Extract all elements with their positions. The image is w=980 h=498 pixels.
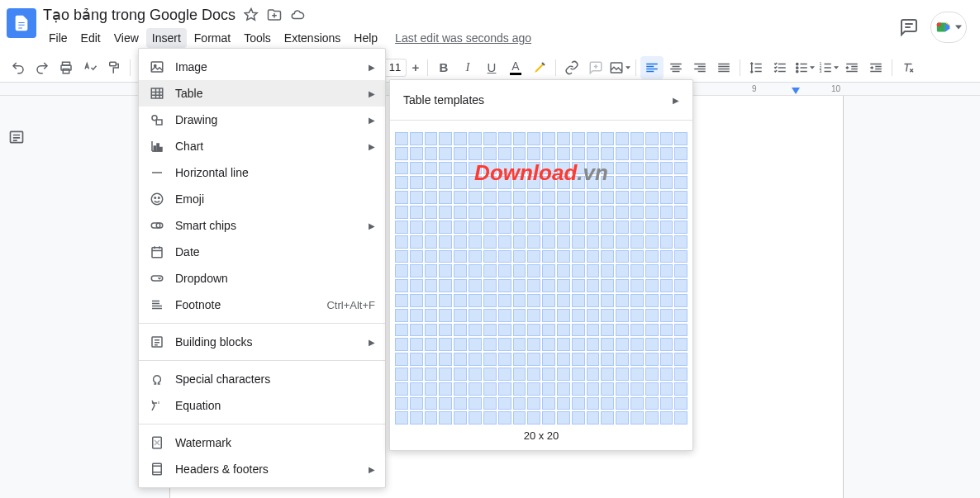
grid-cell[interactable]: [630, 221, 644, 234]
grid-cell[interactable]: [557, 324, 570, 337]
grid-cell[interactable]: [527, 176, 540, 189]
grid-cell[interactable]: [674, 250, 687, 263]
grid-cell[interactable]: [660, 235, 673, 249]
grid-cell[interactable]: [395, 294, 408, 307]
grid-cell[interactable]: [527, 221, 540, 234]
grid-cell[interactable]: [439, 279, 452, 292]
grid-cell[interactable]: [557, 411, 570, 424]
grid-cell[interactable]: [542, 264, 555, 277]
grid-cell[interactable]: [425, 221, 438, 234]
grid-cell[interactable]: [572, 411, 585, 424]
cloud-icon[interactable]: [290, 7, 305, 22]
checklist-icon[interactable]: [768, 56, 792, 79]
grid-cell[interactable]: [557, 191, 570, 204]
grid-cell[interactable]: [527, 382, 540, 396]
grid-cell[interactable]: [527, 338, 540, 351]
grid-cell[interactable]: [527, 235, 540, 249]
grid-cell[interactable]: [572, 353, 585, 366]
grid-cell[interactable]: [616, 338, 629, 351]
grid-cell[interactable]: [660, 250, 673, 263]
grid-cell[interactable]: [557, 397, 570, 410]
grid-cell[interactable]: [454, 147, 467, 160]
grid-cell[interactable]: [630, 309, 644, 322]
grid-cell[interactable]: [674, 162, 687, 175]
grid-cell[interactable]: [630, 382, 644, 396]
grid-cell[interactable]: [439, 221, 452, 234]
grid-cell[interactable]: [395, 368, 408, 381]
grid-cell[interactable]: [601, 397, 614, 410]
grid-cell[interactable]: [630, 162, 644, 175]
grid-cell[interactable]: [660, 353, 673, 366]
grid-cell[interactable]: [527, 250, 540, 263]
grid-cell[interactable]: [572, 264, 585, 277]
grid-cell[interactable]: [395, 176, 408, 189]
grid-cell[interactable]: [425, 132, 438, 145]
grid-cell[interactable]: [498, 264, 511, 277]
menu-tools[interactable]: Tools: [238, 28, 277, 48]
grid-cell[interactable]: [425, 176, 438, 189]
grid-cell[interactable]: [439, 382, 452, 396]
grid-cell[interactable]: [616, 176, 629, 189]
menu-item-table[interactable]: Table▶: [139, 80, 385, 107]
grid-cell[interactable]: [425, 411, 438, 424]
menu-item-smart-chips[interactable]: Smart chips▶: [139, 212, 385, 239]
redo-icon[interactable]: [31, 56, 54, 79]
grid-cell[interactable]: [469, 338, 482, 351]
grid-cell[interactable]: [469, 353, 482, 366]
grid-cell[interactable]: [660, 309, 673, 322]
grid-cell[interactable]: [454, 397, 467, 410]
grid-cell[interactable]: [527, 324, 540, 337]
menu-file[interactable]: File: [43, 28, 74, 48]
menu-item-date[interactable]: Date: [139, 239, 385, 265]
grid-cell[interactable]: [630, 353, 644, 366]
grid-cell[interactable]: [513, 397, 526, 410]
grid-cell[interactable]: [513, 235, 526, 249]
grid-cell[interactable]: [527, 309, 540, 322]
grid-cell[interactable]: [587, 264, 600, 277]
grid-cell[interactable]: [645, 191, 659, 204]
grid-cell[interactable]: [483, 338, 497, 351]
grid-cell[interactable]: [513, 324, 526, 337]
grid-cell[interactable]: [513, 162, 526, 175]
grid-cell[interactable]: [587, 162, 600, 175]
grid-cell[interactable]: [513, 382, 526, 396]
grid-cell[interactable]: [483, 147, 497, 160]
grid-cell[interactable]: [630, 338, 644, 351]
grid-cell[interactable]: [557, 176, 570, 189]
grid-cell[interactable]: [425, 382, 438, 396]
grid-cell[interactable]: [601, 221, 614, 234]
grid-cell[interactable]: [469, 162, 482, 175]
grid-cell[interactable]: [395, 235, 408, 249]
grid-cell[interactable]: [616, 324, 629, 337]
grid-cell[interactable]: [469, 382, 482, 396]
grid-cell[interactable]: [572, 279, 585, 292]
grid-cell[interactable]: [527, 279, 540, 292]
grid-cell[interactable]: [616, 279, 629, 292]
grid-cell[interactable]: [660, 397, 673, 410]
grid-cell[interactable]: [410, 294, 423, 307]
clear-formatting-icon[interactable]: [897, 56, 920, 79]
grid-cell[interactable]: [454, 176, 467, 189]
grid-cell[interactable]: [616, 132, 629, 145]
grid-cell[interactable]: [513, 353, 526, 366]
grid-cell[interactable]: [630, 235, 644, 249]
line-spacing-icon[interactable]: [745, 56, 768, 79]
grid-cell[interactable]: [572, 324, 585, 337]
grid-cell[interactable]: [469, 294, 482, 307]
grid-cell[interactable]: [557, 309, 570, 322]
grid-cell[interactable]: [587, 309, 600, 322]
grid-cell[interactable]: [410, 250, 423, 263]
grid-cell[interactable]: [527, 411, 540, 424]
grid-cell[interactable]: [395, 309, 408, 322]
grid-cell[interactable]: [616, 250, 629, 263]
grid-cell[interactable]: [616, 162, 629, 175]
menu-item-emoji[interactable]: Emoji: [139, 186, 385, 212]
grid-cell[interactable]: [410, 191, 423, 204]
grid-cell[interactable]: [674, 176, 687, 189]
grid-cell[interactable]: [587, 250, 600, 263]
grid-cell[interactable]: [645, 221, 659, 234]
menu-insert[interactable]: Insert: [146, 28, 187, 48]
grid-cell[interactable]: [425, 309, 438, 322]
outline-toggle[interactable]: [0, 96, 33, 498]
grid-cell[interactable]: [645, 147, 659, 160]
